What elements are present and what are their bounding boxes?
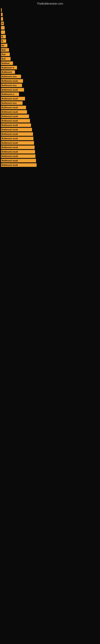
bar: Bo [1, 44, 7, 47]
bar-label: Bottleneck result [1, 138, 18, 140]
bar-row: Bottleneck result [0, 106, 100, 109]
bar [1, 17, 3, 21]
bar-row: Bottleneck result [0, 123, 100, 127]
bar-row: B [0, 35, 100, 38]
bar: Bottleneck result [1, 141, 34, 145]
bar-label: Bottleneck result [1, 155, 18, 158]
bar: Bottleneck result [1, 146, 35, 149]
bar-row: Bottleneck result [0, 163, 100, 167]
bar-row [0, 17, 100, 21]
bar-label: Bottleneck result [1, 115, 18, 118]
bar-row: Bottleneck resu [0, 84, 100, 87]
bar: Bottleneck result [1, 137, 33, 140]
bar-label: Bottleneck resu [1, 102, 17, 104]
bar-label: Bottleneck result [1, 89, 18, 91]
bar-label: Bottleneck result [1, 124, 18, 126]
bar-row: Bottleneck re [0, 92, 100, 96]
bar-row: Bottleneck result [0, 132, 100, 136]
bar-label: Bottleneck result [1, 164, 18, 166]
bar-row: B [0, 22, 100, 25]
bar-label: Bott [1, 53, 6, 56]
bar [1, 8, 2, 12]
bar-label: Bottlene [1, 62, 10, 64]
bar-row: Bottleneck resu [0, 101, 100, 105]
bar-label: Bottleneck [1, 71, 12, 73]
bar-row: Bottleneck result [0, 79, 100, 83]
bar-row: Bottleneck result [0, 110, 100, 114]
bar-row: Bo [0, 44, 100, 47]
bar-row: Bottleneck result [0, 114, 100, 118]
bar: B [1, 35, 6, 38]
bar-row [0, 8, 100, 12]
bar-row: Bottleneck [0, 70, 100, 74]
bar-row: Bottleneck result [0, 97, 100, 100]
bar-label: Bottleneck result [1, 146, 18, 148]
bar-label: Bottleneck resu [1, 76, 17, 78]
bar: Bottleneck [1, 70, 15, 74]
site-title: TheBottlenecker.com [0, 0, 100, 6]
bar [1, 26, 4, 30]
bar: Bottleneck result [1, 163, 37, 167]
bar-label: Bo [1, 44, 4, 47]
bar: Bottleneck result [1, 110, 27, 114]
bar-label: Bottleneck result [1, 80, 18, 82]
bar: Bott [1, 57, 11, 60]
bar-row [0, 13, 100, 16]
bar-row: Bottleneck result [0, 128, 100, 132]
bar-label: Bottleneck re [1, 93, 14, 96]
bar: Bottleneck resu [1, 75, 21, 78]
bars-container: BBBBoBottBottBottBottleneBottleneck reBo… [0, 6, 100, 170]
bar-label: Bottleneck re [1, 66, 14, 69]
bar-label: Bottleneck result [1, 133, 18, 135]
bar: Bott [1, 52, 10, 56]
bar-label: Bottleneck result [1, 142, 18, 144]
bar-row: Bott [0, 52, 100, 56]
bar-row: Bottleneck re [0, 66, 100, 70]
bar-row: Bottleneck result [0, 141, 100, 145]
bar-row: Bottleneck result [0, 150, 100, 154]
bar-label: Bott [1, 49, 6, 51]
bar-label: B [1, 22, 3, 24]
bar-row: Bottleneck resu [0, 75, 100, 78]
bar-label: Bottleneck result [1, 120, 18, 122]
bar: Bottleneck resu [1, 84, 22, 87]
bar-row [0, 26, 100, 30]
bar: Bottleneck result [1, 106, 26, 109]
bar-label: Bottleneck result [1, 98, 18, 100]
bar-row: Bottleneck result [0, 146, 100, 149]
bar-row: Bottlene [0, 62, 100, 65]
bar: Bottlene [1, 62, 13, 65]
bar-row: Bottleneck result [0, 119, 100, 122]
bar: Bottleneck re [1, 66, 17, 70]
bar: Bottleneck result [1, 119, 30, 122]
bar-label: Bottleneck result [1, 106, 18, 109]
bar [1, 13, 2, 16]
bar: Bottleneck result [1, 79, 23, 83]
bar-label: Bott [1, 58, 6, 60]
bar: B [1, 39, 6, 43]
bar-label: Bottleneck result [1, 160, 18, 162]
bar-label: B [1, 36, 3, 38]
bar-row: Bott [0, 48, 100, 52]
bar: Bottleneck result [1, 97, 25, 100]
bar: Bottleneck result [1, 132, 33, 136]
bar-row [0, 30, 100, 34]
bar-label: B [1, 40, 3, 42]
bar: Bottleneck result [1, 88, 24, 92]
bar: Bottleneck result [1, 150, 35, 154]
bar-label: Bottleneck resu [1, 84, 17, 86]
bar-row: Bott [0, 57, 100, 60]
bar-row: B [0, 39, 100, 43]
bar: Bottleneck result [1, 114, 29, 118]
bar [1, 30, 5, 34]
bar-row: Bottleneck result [0, 88, 100, 92]
bar-row: Bottleneck result [0, 137, 100, 140]
bar-label: Bottleneck result [1, 111, 18, 113]
bar: Bottleneck resu [1, 101, 23, 105]
bar: Bottleneck re [1, 92, 19, 96]
bar-row: Bottleneck result [0, 159, 100, 162]
bar: Bottleneck result [1, 123, 31, 127]
site-header: TheBottlenecker.com [0, 0, 100, 6]
bar-label: Bottleneck result [1, 151, 18, 153]
bar-label: Bottleneck result [1, 128, 18, 131]
